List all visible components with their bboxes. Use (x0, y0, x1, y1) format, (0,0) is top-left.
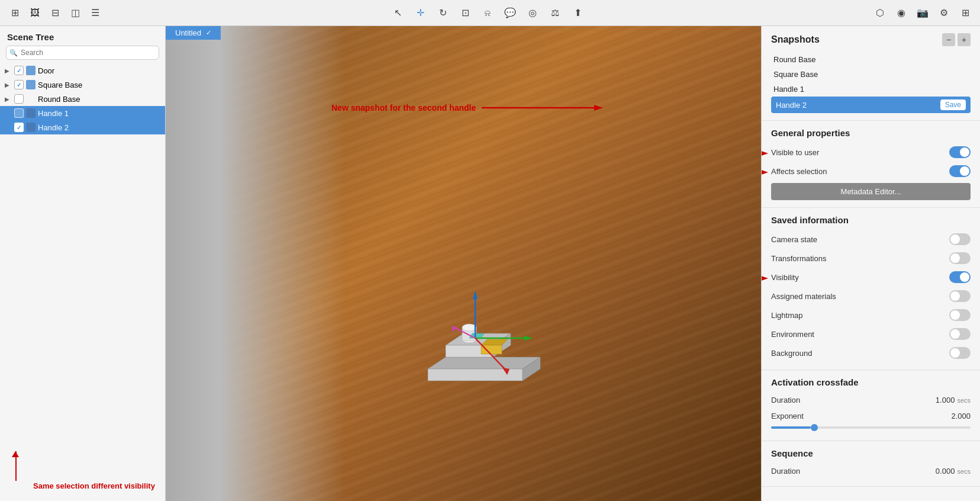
tree-item-round-base[interactable]: ▶ Round Base (0, 92, 165, 106)
svg-marker-15 (473, 291, 478, 299)
viewport[interactable]: Untitled ✓ New snapshot for the second h… (166, 26, 761, 501)
general-properties-title: General properties (771, 128, 971, 138)
snapshot-arrow-svg (476, 102, 606, 114)
environment-row: Environment (771, 325, 971, 343)
exponent-label: Exponent (771, 412, 804, 420)
photo-icon[interactable]: ◫ (67, 5, 83, 21)
transformations-row: Transformations (771, 249, 971, 268)
transformations-toggle[interactable] (949, 252, 971, 264)
visibility-toggle[interactable] (949, 271, 971, 283)
assigned-materials-row: Assigned materials (771, 287, 971, 306)
export-icon[interactable]: ⬆ (570, 5, 585, 21)
toolbar-right: ⬡ ◉ 📷 ⚙ ⊞ (872, 5, 973, 21)
transformations-label: Transformations (771, 254, 826, 263)
right-panel: Snapshots − + Round Base Square Base Han… (761, 26, 980, 501)
sequence-duration-label: Duration (771, 467, 800, 476)
svg-marker-25 (761, 170, 768, 175)
slider-thumb[interactable] (811, 424, 818, 431)
environment-toggle[interactable] (949, 328, 971, 340)
snapshot-annotation: New snapshot for the second handle (331, 102, 606, 114)
exponent-row: Exponent 2.000 (771, 408, 971, 424)
sequence-duration-unit: secs (957, 468, 971, 475)
visible-to-user-toggle[interactable] (949, 146, 971, 158)
camera-state-row: Camera state (771, 230, 971, 249)
activation-crossfade-section: Activation crossfade Duration 1.000 secs… (762, 370, 980, 441)
assigned-materials-toggle[interactable] (949, 290, 971, 302)
camera-state-label: Camera state (771, 235, 817, 244)
general-properties-section: General properties Visible to user (762, 121, 980, 208)
grid2-icon[interactable]: ⊞ (958, 5, 973, 21)
svg-marker-17 (524, 336, 533, 341)
snapshot-item-square-base[interactable]: Square Base (771, 67, 971, 82)
layout-icon[interactable]: ⊟ (47, 5, 63, 21)
visible-arrow (761, 149, 771, 158)
snapshot-item-handle-2[interactable]: Handle 2 Save (771, 97, 971, 113)
item-label-square-base: Square Base (38, 81, 82, 89)
item-label-handle-1: Handle 1 (38, 109, 69, 118)
visible-row-wrapper: Visible to user (771, 143, 971, 162)
snapshot-item-handle-1[interactable]: Handle 1 (771, 82, 971, 97)
target-icon[interactable]: ◎ (525, 5, 540, 21)
checkbox-handle-2[interactable] (14, 123, 24, 132)
svg-marker-23 (761, 151, 768, 156)
scene-tree-panel: Scene Tree 🔍 ▶ Door ▶ Square Base ▶ (0, 26, 166, 501)
tree-item-handle-2[interactable]: Handle 2 (0, 120, 165, 134)
camera-icon[interactable]: 📷 (915, 5, 930, 21)
duration-unit: secs (957, 397, 971, 404)
tree-item-handle-1[interactable]: Handle 1 (0, 106, 165, 120)
search-icon: 🔍 (9, 49, 18, 57)
svg-marker-2 (428, 357, 540, 369)
collapse-btn[interactable]: − (942, 33, 955, 46)
visibility-arrow (761, 274, 771, 285)
settings-icon[interactable]: ⚙ (936, 5, 952, 21)
save-button[interactable]: Save (940, 99, 966, 110)
search-input[interactable] (6, 46, 159, 60)
tree-item-square-base[interactable]: ▶ Square Base (0, 78, 165, 92)
checkbox-handle-1[interactable] (14, 108, 24, 118)
duration-label: Duration (771, 396, 800, 404)
snapshot-item-round-base[interactable]: Round Base (771, 52, 971, 67)
viewport-check-icon: ✓ (206, 29, 211, 37)
move-icon[interactable]: ✛ (412, 5, 428, 21)
image-icon[interactable]: 🖼 (27, 5, 43, 21)
expand-arrow: ▶ (5, 82, 12, 88)
tree-item-door[interactable]: ▶ Door (0, 63, 165, 78)
snapshots-section: Snapshots − + Round Base Square Base Han… (762, 26, 980, 121)
sphere-icon[interactable]: ◉ (894, 5, 909, 21)
duration-value: 1.000 (936, 396, 955, 404)
rotate-icon[interactable]: ↻ (435, 5, 450, 21)
lightmap-toggle[interactable] (949, 309, 971, 321)
checkbox-door[interactable] (14, 66, 24, 75)
slider-fill (771, 426, 811, 429)
metadata-editor-button[interactable]: Metadata Editor... (771, 183, 971, 200)
scale-icon[interactable]: ⊡ (457, 5, 473, 21)
grid-icon[interactable]: ⊞ (7, 5, 22, 21)
anchor-icon[interactable]: ⍾ (480, 5, 495, 21)
expand-arrow: ▶ (5, 96, 12, 102)
comment-icon[interactable]: 💬 (502, 5, 518, 21)
exponent-slider-track[interactable] (771, 426, 971, 429)
add-snapshot-btn[interactable]: + (958, 33, 971, 46)
checkbox-square-base[interactable] (14, 80, 24, 89)
item-label-round-base: Round Base (38, 95, 80, 104)
cursor-icon[interactable]: ↖ (390, 5, 405, 21)
scene-tree-title: Scene Tree (0, 26, 165, 46)
cube-icon[interactable]: ⬡ (872, 5, 888, 21)
affects-selection-toggle[interactable] (949, 165, 971, 177)
camera-state-toggle[interactable] (949, 233, 971, 245)
sequence-duration-row: Duration 0.000 secs (771, 463, 971, 479)
measure-icon[interactable]: ⚖ (547, 5, 563, 21)
visibility-label: Visibility (771, 273, 799, 282)
affects-row-wrapper: Affects selection (771, 162, 971, 181)
search-container: 🔍 (6, 46, 159, 60)
annotation-text: Same selection different visibility (33, 481, 155, 492)
duration-row: Duration 1.000 secs (771, 392, 971, 408)
background-row: Background (771, 343, 971, 362)
item-label-handle-2: Handle 2 (38, 123, 69, 132)
menu-icon[interactable]: ☰ (88, 5, 103, 21)
background-toggle[interactable] (949, 347, 971, 359)
lightmap-label: Lightmap (771, 311, 802, 320)
checkbox-round-base[interactable] (14, 94, 24, 104)
sequence-section: Sequence Duration 0.000 secs (762, 441, 980, 487)
saved-information-title: Saved information (771, 215, 971, 225)
